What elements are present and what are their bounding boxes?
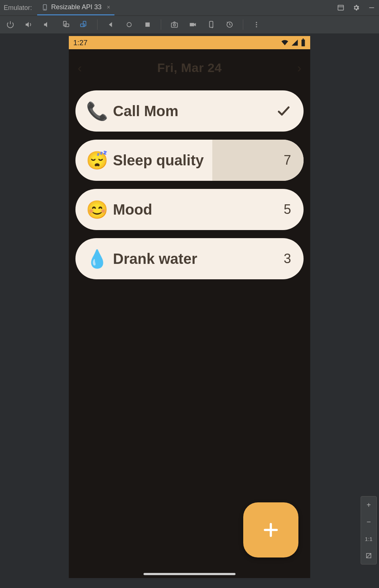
volume-down-icon[interactable]	[42, 19, 52, 30]
rotate-left-icon[interactable]	[60, 19, 71, 30]
ide-titlebar: Emulator: Resizable API 33 ×	[0, 0, 379, 16]
more-icon[interactable]	[251, 19, 262, 30]
habit-label: Mood	[113, 201, 152, 218]
phone-icon: 📞	[85, 101, 109, 122]
habit-card-mood[interactable]: 😊 Mood 5	[75, 189, 304, 230]
svg-point-16	[256, 22, 257, 23]
screenshot-icon[interactable]	[169, 19, 180, 30]
ide-title: Emulator:	[4, 4, 37, 12]
snapshots-icon[interactable]	[224, 19, 235, 30]
back-icon[interactable]	[106, 19, 116, 30]
status-bar: 1:27	[69, 36, 310, 49]
chevron-right-icon[interactable]: ›	[297, 61, 301, 75]
habit-value: 7	[284, 153, 291, 168]
gear-icon[interactable]	[353, 4, 360, 11]
chevron-left-icon[interactable]: ‹	[78, 61, 82, 75]
svg-rect-21	[302, 39, 304, 40]
status-clock: 1:27	[73, 39, 88, 47]
habit-card-sleep-quality[interactable]: 😴 Sleep quality 7	[75, 140, 304, 181]
sleep-icon: 😴	[85, 150, 109, 171]
wifi-icon	[281, 39, 289, 47]
svg-rect-14	[209, 21, 213, 28]
svg-point-9	[127, 22, 131, 27]
close-tab-icon[interactable]: ×	[107, 4, 110, 11]
mood-icon: 😊	[85, 199, 109, 220]
habit-card-drank-water[interactable]: 💧 Drank water 3	[75, 238, 304, 279]
habit-list: 📞 Call Mom 😴 Sleep quality 7 😊 Mood 5 💧 …	[69, 86, 310, 279]
svg-point-1	[45, 9, 45, 10]
svg-point-12	[173, 24, 176, 26]
date-label: Fri, Mar 24	[157, 61, 222, 75]
svg-rect-13	[190, 23, 194, 26]
svg-point-17	[256, 24, 257, 25]
toolbar-separator	[161, 19, 161, 30]
record-icon[interactable]	[188, 19, 198, 30]
device-frame: 1:27 ‹ Fri, Mar 24 › 📞 Call Mom	[69, 36, 310, 578]
window-icon[interactable]	[337, 4, 344, 11]
svg-rect-11	[171, 23, 178, 27]
toolbar-separator	[243, 19, 243, 30]
device-frame-icon[interactable]	[206, 19, 216, 30]
svg-rect-10	[145, 22, 150, 27]
toolbar-separator	[97, 19, 98, 30]
check-icon	[276, 104, 291, 118]
device-icon	[42, 4, 48, 11]
habit-label: Call Mom	[113, 103, 178, 119]
minimize-icon[interactable]	[368, 4, 375, 11]
habit-card-call-mom[interactable]: 📞 Call Mom	[75, 90, 304, 132]
power-icon[interactable]	[5, 19, 15, 30]
battery-icon	[301, 39, 306, 47]
water-icon: 💧	[85, 248, 109, 269]
overview-icon[interactable]	[142, 19, 153, 30]
home-icon[interactable]	[124, 19, 134, 30]
plus-icon	[262, 521, 280, 539]
habit-label: Drank water	[113, 251, 197, 267]
svg-point-18	[256, 26, 257, 27]
habit-label: Sleep quality	[113, 152, 204, 169]
home-indicator[interactable]	[144, 573, 235, 575]
svg-rect-2	[338, 5, 344, 10]
emulator-toolbar	[0, 16, 379, 33]
svg-rect-20	[301, 40, 305, 46]
add-button[interactable]	[243, 502, 298, 557]
volume-up-icon[interactable]	[24, 19, 34, 30]
habit-value: 5	[284, 202, 291, 217]
emulator-tab-label: Resizable API 33	[51, 3, 102, 11]
emulator-tab[interactable]: Resizable API 33 ×	[37, 0, 114, 15]
signal-icon	[291, 39, 298, 46]
habit-value: 3	[284, 251, 291, 266]
rotate-right-icon[interactable]	[79, 19, 89, 30]
date-header: ‹ Fri, Mar 24 ›	[69, 49, 310, 86]
